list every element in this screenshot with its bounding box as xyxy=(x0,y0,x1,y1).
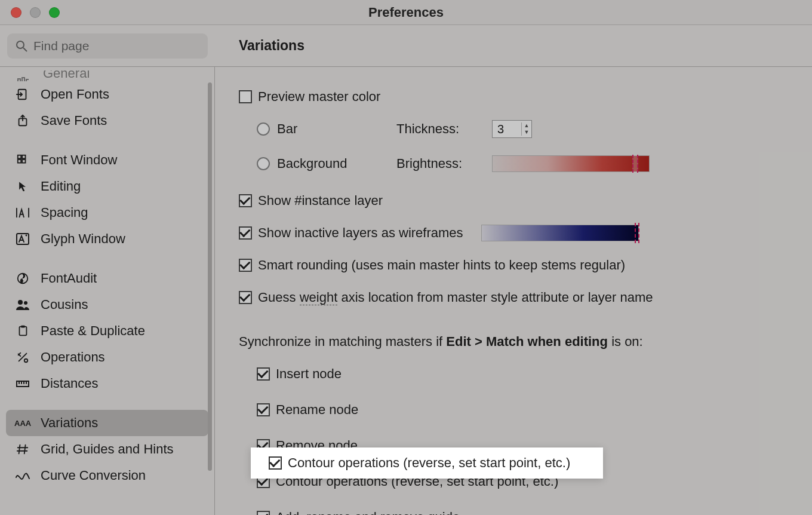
sidebar-item-label: Paste & Duplicate xyxy=(41,323,145,339)
label: Add, rename and remove guide xyxy=(276,510,460,515)
checkbox-sync-contour-highlight[interactable] xyxy=(269,456,282,470)
sidebar-item-label: Curve Conversion xyxy=(41,468,146,483)
people-icon xyxy=(14,299,31,311)
label: Contour operations (reverse, set start p… xyxy=(288,455,570,471)
sidebar: General Open FontsSave FontsFont WindowE… xyxy=(0,67,215,515)
checkbox-sync-insert[interactable] xyxy=(257,367,270,381)
checkbox-sync-guide[interactable] xyxy=(257,511,270,515)
checkbox-smart-rounding[interactable] xyxy=(239,259,252,272)
sidebar-item-spacing[interactable]: Spacing xyxy=(6,200,208,226)
sidebar-item-label: Variations xyxy=(41,415,98,431)
hash-icon xyxy=(14,443,31,456)
thickness-stepper[interactable]: 3 ▲ ▼ xyxy=(492,120,532,138)
sidebar-item-label: Distances xyxy=(41,376,99,391)
ruler-icon xyxy=(14,379,31,388)
titlebar: Preferences xyxy=(0,0,812,25)
search-icon xyxy=(16,40,27,52)
export-icon xyxy=(14,114,31,127)
chevron-up-icon[interactable]: ▲ xyxy=(522,122,531,129)
checkbox-show-wireframes[interactable] xyxy=(239,226,252,240)
sidebar-item-label: Spacing xyxy=(41,205,88,220)
svg-rect-4 xyxy=(18,155,21,159)
label: Smart rounding (uses main master hints t… xyxy=(258,258,625,273)
label: Insert node xyxy=(276,366,342,382)
svg-rect-7 xyxy=(22,160,26,163)
svg-rect-16 xyxy=(21,326,24,328)
sidebar-scrollbar[interactable] xyxy=(208,82,212,471)
svg-line-1 xyxy=(23,48,27,51)
label: Bar xyxy=(277,121,396,137)
svg-point-0 xyxy=(17,41,24,48)
brightness-slider[interactable] xyxy=(492,155,650,172)
label: Guess weight axis location from master s… xyxy=(258,290,653,305)
checkbox-preview-master-color[interactable] xyxy=(239,90,252,103)
sidebar-item-save-fonts[interactable]: Save Fonts xyxy=(6,108,208,134)
chevron-down-icon[interactable]: ▼ xyxy=(522,129,531,136)
sidebar-item-cut[interactable]: General xyxy=(6,70,208,81)
label: Background xyxy=(277,156,396,171)
sidebar-item-paste-duplicate[interactable]: Paste & Duplicate xyxy=(6,318,208,344)
tools-icon xyxy=(14,351,31,364)
sync-header: Synchronize in matching masters if Edit … xyxy=(239,327,788,356)
wireframe-color-slider[interactable] xyxy=(481,225,639,241)
sidebar-item-variations[interactable]: AAAVariations xyxy=(6,410,208,436)
checkbox-sync-rename[interactable] xyxy=(257,403,270,416)
sidebar-item-operations[interactable]: Operations xyxy=(6,344,208,370)
label: Rename node xyxy=(276,402,358,418)
sidebar-item-label: Grid, Guides and Hints xyxy=(41,442,174,457)
spacing-icon xyxy=(14,206,31,219)
svg-point-9 xyxy=(26,235,27,237)
page-title: Variations xyxy=(215,38,304,54)
label: Preview master color xyxy=(258,89,380,105)
sidebar-item-label: Open Fonts xyxy=(41,87,109,102)
sidebar-item-label: Editing xyxy=(41,179,81,194)
sidebar-item-label: FontAudit xyxy=(41,271,97,286)
gear-icon xyxy=(17,76,29,81)
sidebar-item-label: Glyph Window xyxy=(41,231,125,247)
sidebar-item-cousins[interactable]: Cousins xyxy=(6,292,208,318)
label: Thickness: xyxy=(396,121,492,137)
clip-icon xyxy=(14,324,31,338)
import-icon xyxy=(14,88,31,101)
glyph-icon xyxy=(14,232,31,246)
sidebar-item-curve-conversion[interactable]: Curve Conversion xyxy=(6,462,208,489)
checkbox-guess-weight[interactable] xyxy=(239,291,252,304)
svg-point-11 xyxy=(22,275,23,277)
cursor-icon xyxy=(14,180,31,193)
svg-point-14 xyxy=(24,301,27,305)
svg-point-12 xyxy=(22,280,23,281)
thickness-value: 3 xyxy=(493,122,521,136)
svg-point-13 xyxy=(18,300,23,305)
sidebar-item-label: Operations xyxy=(41,350,105,365)
sidebar-item-label: Save Fonts xyxy=(41,113,107,128)
svg-rect-15 xyxy=(20,327,27,336)
radio-background[interactable] xyxy=(257,157,270,170)
preview-master-color-row: Preview master color xyxy=(239,82,788,111)
sidebar-item-open-fonts[interactable]: Open Fonts xyxy=(6,81,208,108)
sidebar-item-distances[interactable]: Distances xyxy=(6,370,208,397)
label: Show inactive layers as wireframes xyxy=(258,225,463,241)
header: Find page Variations xyxy=(0,25,812,67)
grid-icon xyxy=(14,154,31,167)
svg-rect-6 xyxy=(18,160,21,163)
highlight-contour-row: Contour operations (reverse, set start p… xyxy=(251,447,603,479)
svg-rect-5 xyxy=(22,155,26,159)
search-input[interactable]: Find page xyxy=(7,33,208,59)
search-placeholder: Find page xyxy=(33,39,89,53)
sidebar-item-glyph-window[interactable]: Glyph Window xyxy=(6,226,208,252)
aaa-icon: AAA xyxy=(14,418,31,428)
sidebar-item-font-window[interactable]: Font Window xyxy=(6,147,208,173)
wave-icon xyxy=(14,470,31,481)
yinyang-icon xyxy=(14,272,31,285)
sidebar-item-label: Font Window xyxy=(41,152,117,168)
label: Show #instance layer xyxy=(258,193,383,209)
sidebar-item-grid-guides-and-hints[interactable]: Grid, Guides and Hints xyxy=(6,436,208,462)
label: Brightness: xyxy=(396,156,492,171)
sidebar-item-fontaudit[interactable]: FontAudit xyxy=(6,265,208,292)
sidebar-item-editing[interactable]: Editing xyxy=(6,173,208,200)
sidebar-item-label: Cousins xyxy=(41,297,88,312)
radio-bar[interactable] xyxy=(257,122,270,136)
checkbox-show-instance[interactable] xyxy=(239,194,252,207)
svg-point-17 xyxy=(24,359,28,363)
svg-text:AAA: AAA xyxy=(14,419,31,428)
